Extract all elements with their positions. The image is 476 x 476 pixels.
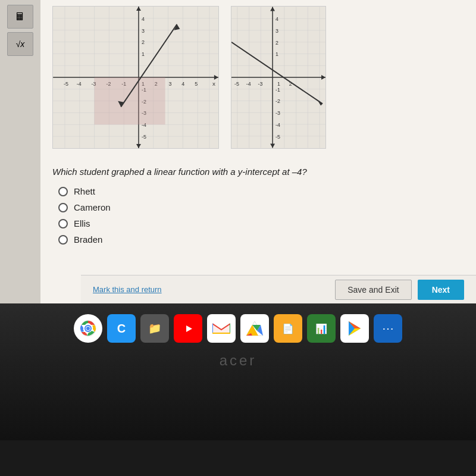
files-icon[interactable]: 📁 (140, 314, 169, 343)
footer-bar: Mark this and return Save and Exit Next (81, 275, 476, 303)
mark-return-link[interactable]: Mark this and return (93, 285, 162, 294)
svg-text:3: 3 (169, 81, 172, 87)
option-ellis-label: Ellis (74, 218, 90, 228)
next-button[interactable]: Next (418, 280, 464, 300)
svg-point-96 (86, 327, 90, 330)
svg-text:4: 4 (275, 16, 278, 22)
svg-text:4: 4 (181, 81, 184, 87)
svg-text:-5: -5 (142, 134, 146, 140)
acer-logo: acer (220, 352, 257, 369)
taskbar-icons: C 📁 (74, 303, 402, 343)
playstore-icon[interactable] (340, 314, 369, 343)
answer-options: Rhett Cameron Ellis Braden (58, 186, 464, 245)
save-exit-button[interactable]: Save and Exit (335, 280, 411, 300)
graph-left: x -5 -4 -3 -2 -1 1 2 3 4 5 4 3 (52, 6, 219, 149)
svg-text:-5: -5 (275, 134, 280, 140)
graph-svg-right: 4 3 2 1 -1 -2 -3 -4 -5 -5 -4 -3 1 2 (231, 7, 325, 148)
chrome-icon[interactable] (74, 314, 102, 343)
docs-icon[interactable]: 📄 (274, 314, 302, 343)
sidebar: 🖩 √x (0, 0, 40, 303)
svg-text:x: x (212, 80, 215, 87)
option-braden-label: Braden (74, 234, 102, 245)
graph-svg-left: x -5 -4 -3 -2 -1 1 2 3 4 5 4 3 (53, 7, 218, 148)
sheets-icon[interactable]: 📊 (307, 314, 336, 343)
svg-text:1: 1 (275, 51, 278, 57)
svg-text:-3: -3 (275, 110, 280, 116)
svg-text:3: 3 (142, 28, 145, 34)
gmail-icon[interactable] (207, 314, 236, 343)
graph-right: 4 3 2 1 -1 -2 -3 -4 -5 -5 -4 -3 1 2 (231, 6, 326, 149)
radio-braden[interactable] (58, 235, 68, 245)
youtube-icon[interactable] (174, 314, 202, 343)
option-rhett[interactable]: Rhett (58, 186, 464, 196)
svg-text:1: 1 (142, 51, 145, 57)
more-apps-icon[interactable]: ⋯ (374, 314, 402, 343)
svg-text:-3: -3 (258, 81, 262, 87)
svg-text:-5: -5 (234, 81, 239, 87)
option-cameron-label: Cameron (74, 202, 111, 212)
svg-text:-4: -4 (275, 122, 280, 128)
svg-text:-4: -4 (246, 81, 251, 87)
svg-text:1: 1 (277, 81, 280, 87)
svg-text:5: 5 (195, 81, 198, 87)
canvas-icon[interactable]: C (107, 314, 136, 343)
question-text: Which student graphed a linear function … (52, 167, 464, 177)
svg-text:3: 3 (275, 28, 278, 34)
svg-text:-1: -1 (275, 87, 280, 93)
radio-ellis[interactable] (58, 219, 68, 228)
drive-icon[interactable] (240, 314, 269, 343)
svg-text:4: 4 (142, 16, 145, 22)
svg-text:-5: -5 (64, 81, 68, 87)
option-braden[interactable]: Braden (58, 234, 464, 245)
radio-rhett[interactable] (58, 187, 68, 196)
option-cameron[interactable]: Cameron (58, 202, 464, 212)
svg-text:-4: -4 (77, 81, 82, 87)
graphs-row: x -5 -4 -3 -2 -1 1 2 3 4 5 4 3 (52, 6, 464, 149)
svg-text:2: 2 (142, 39, 145, 45)
footer-buttons: Save and Exit Next (335, 280, 464, 300)
option-rhett-label: Rhett (74, 186, 95, 196)
taskbar: C 📁 (0, 303, 476, 440)
screen: 🖩 √x (0, 0, 476, 303)
sqrt-icon[interactable]: √x (7, 32, 33, 56)
question-area: Which student graphed a linear function … (52, 161, 464, 250)
svg-text:-2: -2 (275, 98, 280, 104)
calculator-icon[interactable]: 🖩 (7, 5, 33, 29)
radio-cameron[interactable] (58, 203, 68, 212)
svg-text:2: 2 (275, 40, 278, 46)
svg-rect-48 (95, 77, 165, 124)
main-content: x -5 -4 -3 -2 -1 1 2 3 4 5 4 3 (40, 0, 476, 303)
option-ellis[interactable]: Ellis (58, 218, 464, 228)
